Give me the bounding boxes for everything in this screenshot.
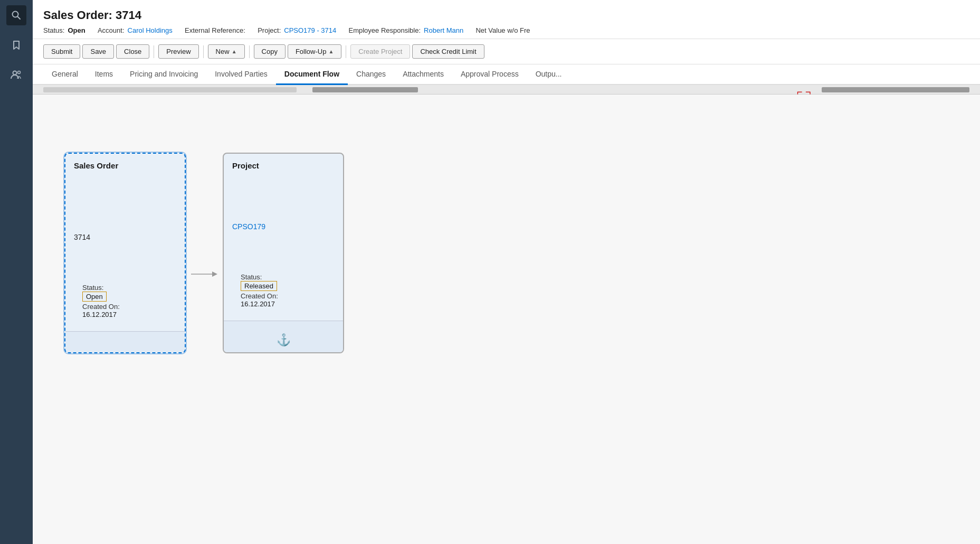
account-label: Account:	[98, 26, 125, 34]
preview-button[interactable]: Preview	[158, 44, 198, 59]
sidebar-icon-users[interactable]	[6, 64, 26, 85]
tab-pricing[interactable]: Pricing and Invoicing	[121, 64, 206, 85]
svg-line-1	[18, 17, 21, 20]
project-link[interactable]: CPSO179 - 3714	[284, 26, 336, 34]
net-value-label: Net Value w/o Fre	[475, 26, 530, 34]
flow-node-project-status-value: Released	[241, 281, 277, 291]
page-title: Sales Order: 3714	[43, 8, 969, 22]
follow-up-button[interactable]: Follow-Up ▲	[288, 44, 341, 59]
new-dropdown-arrow: ▲	[232, 49, 237, 54]
flow-node-project[interactable]: Project CPSO179 Status: Released Created…	[223, 153, 344, 353]
submit-button[interactable]: Submit	[43, 44, 80, 59]
tab-involved[interactable]: Involved Parties	[206, 64, 276, 85]
tab-changes[interactable]: Changes	[348, 64, 394, 85]
flow-node-sales-order-created-date: 16.12.2017	[82, 311, 168, 318]
create-project-button[interactable]: Create Project	[350, 44, 410, 59]
tabs: General Items Pricing and Invoicing Invo…	[33, 64, 980, 85]
employee-link[interactable]: Robert Mann	[424, 26, 463, 34]
svg-marker-5	[212, 271, 217, 277]
tab-output[interactable]: Outpu...	[527, 64, 570, 85]
account-link[interactable]: Carol Holdings	[128, 26, 173, 34]
red-bracket-left: ⌐	[797, 87, 803, 97]
flow-arrow	[186, 269, 223, 279]
flow-node-sales-order-title: Sales Order	[65, 154, 185, 175]
scroll-indicator-left	[43, 87, 297, 92]
toolbar: Submit Save Close Preview New ▲ Copy Fol…	[33, 39, 980, 64]
scroll-indicator-right	[822, 87, 969, 92]
tab-attachments[interactable]: Attachments	[394, 64, 452, 85]
flow-node-sales-order-status-section: Status: Open Created On: 16.12.2017	[74, 284, 176, 323]
tab-docflow[interactable]: Document Flow	[276, 64, 348, 85]
tab-approval[interactable]: Approval Process	[452, 64, 527, 85]
toolbar-divider-1	[154, 45, 154, 58]
red-bracket-right: ⌐	[805, 87, 811, 97]
status-label: Status:	[43, 26, 64, 34]
flow-node-sales-order-footer	[65, 331, 185, 352]
flow-markers: ⌐ ⌐	[797, 87, 811, 97]
anchor-icon: ⚓	[277, 333, 291, 347]
new-button[interactable]: New ▲	[208, 44, 245, 59]
svg-point-3	[18, 71, 21, 74]
flow-area: ⌐ ⌐ Sales Order 3714 Status: Open Create…	[33, 85, 980, 544]
flow-node-project-created-date: 16.12.2017	[241, 300, 326, 308]
flow-node-project-status-label: Status:	[241, 273, 326, 281]
sidebar-icon-search[interactable]	[6, 5, 26, 25]
toolbar-divider-4	[346, 45, 346, 58]
flow-node-sales-order-created-label: Created On:	[82, 303, 168, 311]
flow-node-sales-order-status-label: Status:	[82, 284, 168, 292]
status-bar: Status: Open Account: Carol Holdings Ext…	[43, 26, 969, 34]
flow-node-sales-order-id: 3714	[74, 233, 176, 241]
status-value: Open	[68, 26, 85, 34]
svg-point-2	[13, 71, 17, 75]
flow-scroll-bar[interactable]: ⌐ ⌐	[33, 85, 980, 95]
tab-items[interactable]: Items	[87, 64, 121, 85]
sidebar	[0, 0, 33, 544]
check-credit-limit-button[interactable]: Check Credit Limit	[412, 44, 484, 59]
flow-node-project-id[interactable]: CPSO179	[232, 222, 335, 231]
toolbar-divider-2	[203, 45, 204, 58]
flow-node-project-footer: ⚓	[224, 321, 343, 352]
flow-node-project-status-section: Status: Released Created On: 16.12.2017	[232, 273, 335, 312]
save-button[interactable]: Save	[82, 44, 114, 59]
copy-button[interactable]: Copy	[254, 44, 286, 59]
flow-node-project-title: Project	[224, 154, 343, 175]
page-header: Sales Order: 3714 Status: Open Account: …	[33, 0, 980, 39]
flow-node-sales-order[interactable]: Sales Order 3714 Status: Open Created On…	[64, 153, 186, 353]
flow-node-project-created-label: Created On:	[241, 292, 326, 300]
flow-content: Sales Order 3714 Status: Open Created On…	[33, 95, 980, 411]
flow-node-project-body: CPSO179 Status: Released Created On: 16.…	[224, 175, 343, 321]
main-content: Sales Order: 3714 Status: Open Account: …	[33, 0, 980, 544]
employee-label: Employee Responsible:	[349, 26, 421, 34]
followup-dropdown-arrow: ▲	[328, 49, 334, 54]
flow-node-sales-order-body: 3714 Status: Open Created On: 16.12.2017	[65, 175, 185, 331]
close-button[interactable]: Close	[116, 44, 149, 59]
tab-general[interactable]: General	[43, 64, 87, 85]
sidebar-icon-bookmark[interactable]	[6, 35, 26, 55]
scroll-indicator-active	[312, 87, 418, 92]
external-ref-label: External Reference:	[185, 26, 245, 34]
project-label: Project:	[258, 26, 281, 34]
toolbar-divider-3	[249, 45, 250, 58]
flow-node-sales-order-status-value: Open	[82, 292, 107, 302]
